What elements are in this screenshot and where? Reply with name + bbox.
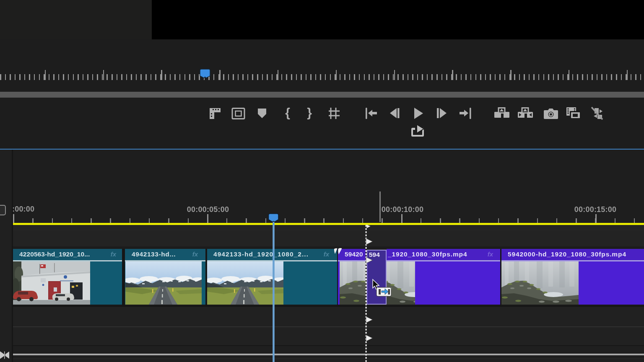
svg-text:}: } [307,106,312,119]
svg-text:{: { [285,106,290,119]
